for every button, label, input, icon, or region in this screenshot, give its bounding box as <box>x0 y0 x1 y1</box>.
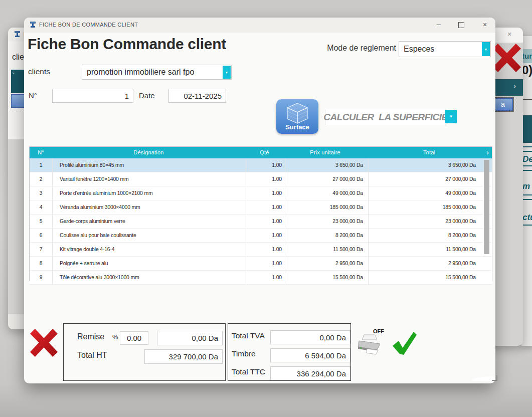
cell-total: 2 950,00 Da <box>369 257 492 270</box>
total-tva-label: Total TVA <box>232 331 265 340</box>
timbre-input[interactable]: 6 594,00 Da <box>270 348 350 362</box>
cell-num: 6 <box>30 229 53 242</box>
printer-icon[interactable] <box>357 334 382 356</box>
table-row[interactable]: 7Kit vitrage double 4-16-41.0011 500,00 … <box>30 243 492 257</box>
table-row[interactable]: 9Tôle décorative alu 3000×1000 mm1.0015 … <box>30 271 492 285</box>
header-unit-price: Prix unitaire <box>284 147 367 158</box>
cell-des: Véranda aluminium 3000×4000 mm <box>53 200 246 214</box>
cell-unit: 2 950,00 Da <box>285 257 369 270</box>
cell-des: Coulisse alu pour baie coulissante <box>53 229 246 242</box>
cell-qty: 1.00 <box>246 257 285 270</box>
order-table-body: 1Profilé aluminium 80×45 mm1.003 650,00 … <box>30 158 492 285</box>
cell-des: Kit vitrage double 4-16-4 <box>53 243 246 256</box>
chevron-down-icon[interactable]: ▼ <box>482 42 490 56</box>
titlebar[interactable]: FICHE BON DE COMMANDE CLIENT – × <box>24 18 495 33</box>
chevron-right-icon[interactable]: › <box>513 82 516 90</box>
calculer-superficie-button[interactable]: CALCULER LA SUPERFICIE <box>325 109 446 125</box>
cell-total: 23 000,00 Da <box>369 215 492 228</box>
table-row[interactable]: 6Coulisse alu pour baie coulissante1.008… <box>30 229 492 243</box>
header-designation: Désignation <box>52 147 245 158</box>
cell-num: 3 <box>30 186 53 200</box>
page-title: Fiche Bon Commande client <box>28 36 226 53</box>
close-button[interactable]: × <box>474 18 495 33</box>
clients-label: clients <box>28 67 50 76</box>
cell-qty: 1.00 <box>246 186 285 200</box>
table-row[interactable]: 1Profilé aluminium 80×45 mm1.003 650,00 … <box>30 158 492 172</box>
cell-qty: 1.00 <box>246 229 285 242</box>
table-row[interactable]: 3Porte d’entrée aluminium 1000×2100 mm1.… <box>30 186 492 200</box>
calculer-superficie-label: CALCULER LA SUPERFICIE <box>323 112 447 123</box>
menu-fragment-facture[interactable]: ctu <box>522 213 532 223</box>
order-number-input[interactable]: 1 <box>52 89 133 103</box>
table-row[interactable]: 5Garde-corps aluminium verre1.0023 000,0… <box>30 215 492 229</box>
clients-value: promotion immobiliere sarl fpo <box>87 68 194 77</box>
date-label: Date <box>139 91 155 100</box>
app-icon <box>29 21 37 29</box>
surface-button[interactable]: Surface <box>276 99 318 134</box>
cell-num: 8 <box>30 257 53 270</box>
cell-total: 49 000,00 Da <box>369 186 492 200</box>
cell-total: 11 500,00 Da <box>369 243 492 256</box>
delete-icon[interactable] <box>493 44 521 72</box>
tva-ttc-box: Total TVA 0,00 Da Timbre 6 594,00 Da Tot… <box>228 323 351 381</box>
total-ht-label: Total HT <box>77 351 107 360</box>
maximize-button[interactable] <box>451 18 472 33</box>
surface-button-label: Surface <box>276 123 318 131</box>
minimize-button[interactable]: – <box>428 18 449 33</box>
cell-total: 15 500,00 Da <box>369 271 492 284</box>
cell-total: 8 200,00 Da <box>369 229 492 242</box>
window-title: FICHE BON DE COMMANDE CLIENT <box>39 22 138 28</box>
cell-unit: 185 000,00 Da <box>285 200 369 214</box>
payment-mode-select[interactable]: Especes ▼ <box>399 41 491 57</box>
cell-unit: 27 000,00 Da <box>285 172 369 186</box>
cell-total: 3 650,00 Da <box>369 158 492 172</box>
cell-total: 185 000,00 Da <box>369 200 492 214</box>
vertical-scrollbar[interactable] <box>484 160 489 254</box>
payment-mode-value: Especes <box>404 45 434 54</box>
close-icon[interactable]: × <box>507 30 511 38</box>
date-input[interactable]: 02-11-2025 <box>168 89 226 103</box>
validate-button[interactable] <box>392 331 418 356</box>
resize-grip[interactable] <box>492 375 497 381</box>
total-ht-input[interactable]: 329 700,00 Da <box>144 349 223 364</box>
remise-amount-input[interactable]: 0,00 Da <box>157 331 223 345</box>
calculer-dropdown-button[interactable]: ▼ <box>445 110 457 123</box>
divider <box>521 146 532 152</box>
chevron-down-icon[interactable]: ▼ <box>223 66 231 79</box>
background-window-far-right: ture 0) Dev m ctu <box>521 36 532 346</box>
table-row[interactable]: 2Vantail fenêtre 1200×1400 mm1.0027 000,… <box>30 172 492 186</box>
table-row[interactable]: 8Poignée + serrure alu1.002 950,00 Da2 9… <box>30 257 492 271</box>
chevron-right-icon[interactable]: › <box>486 147 489 158</box>
cell-num: 7 <box>30 243 53 256</box>
cancel-button[interactable] <box>30 329 58 357</box>
header-num: N° <box>30 147 52 158</box>
cell-qty: 1.00 <box>246 172 285 186</box>
table-row[interactable]: 4Véranda aluminium 3000×4000 mm1.00185 0… <box>30 200 492 215</box>
cell-des: Garde-corps aluminium verre <box>53 215 246 228</box>
remise-total-box: Remise % 0.00 0,00 Da Total HT 329 700,0… <box>63 323 226 381</box>
remise-label: Remise <box>77 332 104 341</box>
cell-unit: 3 650,00 Da <box>285 158 369 172</box>
cell-qty: 1.00 <box>246 158 285 172</box>
logo-fragment: 0) <box>522 63 532 77</box>
remise-percent-input[interactable]: 0.00 <box>120 331 148 345</box>
maximize-icon <box>458 22 464 28</box>
cell-unit: 8 200,00 Da <box>285 229 369 242</box>
desktop: ture 0) Dev m ctu × › a <box>0 0 532 417</box>
blue-button-fragment[interactable]: a <box>493 98 513 111</box>
order-items-table: N° Désignation Qté Prix unitaire Total ›… <box>29 146 492 281</box>
menu-fragment-devis[interactable]: Dev <box>522 154 532 164</box>
total-tva-input[interactable]: 0,00 Da <box>270 330 350 344</box>
cell-total: 27 000,00 Da <box>369 172 492 186</box>
total-ttc-input[interactable]: 336 294,00 Da <box>270 366 350 380</box>
printer-off-badge: OFF <box>373 328 384 334</box>
cell-num: 5 <box>30 215 53 228</box>
cell-qty: 1.00 <box>246 271 285 284</box>
menu-fragment-band[interactable]: ture <box>521 49 532 63</box>
cell-qty: 1.00 <box>246 200 285 214</box>
menu-fragment-commande[interactable]: m <box>522 181 530 191</box>
cell-unit: 23 000,00 Da <box>285 215 369 228</box>
cell-unit: 49 000,00 Da <box>285 186 369 200</box>
fiche-bon-commande-dialog: FICHE BON DE COMMANDE CLIENT – × Fiche B… <box>24 18 495 383</box>
clients-select[interactable]: promotion immobiliere sarl fpo ▼ <box>82 65 232 80</box>
